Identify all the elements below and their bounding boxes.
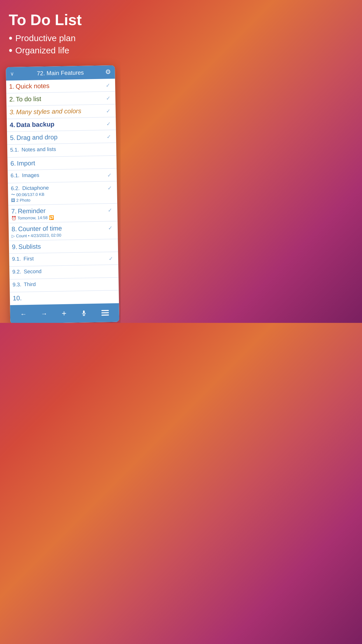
list-item[interactable]: 5.1. Notes and lists: [7, 143, 117, 158]
item-text: To do list: [16, 95, 41, 103]
check-icon: [106, 158, 113, 159]
row-content: 7. Reminder ⏰ Tomorrow, 14:58 🔁: [11, 206, 107, 220]
card-header: ∨ 72. Main Features ⚙: [6, 65, 115, 81]
list-item[interactable]: 9.1. First ✓: [9, 252, 118, 267]
check-icon: ✓: [105, 94, 111, 102]
photo-count: 2 Photo: [16, 198, 31, 203]
item-num: 6.: [10, 160, 16, 167]
row-content: 9.3. Third: [13, 280, 108, 288]
dictaphone-time: 00:06/137.0 KB: [16, 192, 45, 197]
row-content: 9.1. First: [12, 254, 108, 262]
menu-button[interactable]: [99, 308, 112, 317]
check-icon: [108, 267, 114, 268]
item-text: Reminder: [18, 207, 46, 215]
row-content: 6.2. Dictaphone 〜 00:06/137.0 KB 🖼 2 Pho…: [11, 184, 107, 203]
check-icon: ✓: [106, 132, 112, 140]
item-text: Images: [20, 172, 39, 179]
item-num: 7.: [11, 208, 17, 215]
row-content: 6. Import: [10, 158, 106, 168]
list-item[interactable]: 9. Sublists: [9, 239, 118, 254]
item-num: 9.1.: [12, 256, 21, 262]
row-content: 2. To do list: [9, 94, 105, 104]
waveform-icon: 〜: [11, 192, 15, 197]
list-body: 1. Quick notes ✓ 2. To do list ✓ 3. Many…: [6, 79, 119, 305]
add-button[interactable]: +: [59, 308, 69, 320]
list-item[interactable]: 6.1. Images ✓: [8, 169, 117, 183]
repeat-icon: 🔁: [49, 215, 54, 220]
row-content: 8. Counter of time ▷ Count • 4/23/2023, …: [12, 224, 108, 238]
header-chevron-icon: ∨: [10, 71, 14, 77]
item-text: Quick notes: [15, 82, 50, 90]
item-text: Sublists: [18, 243, 41, 251]
item-num: 6.1.: [10, 173, 19, 179]
reminder-info: ⏰ Tomorrow, 14:58 🔁: [11, 214, 107, 220]
list-item[interactable]: 7. Reminder ⏰ Tomorrow, 14:58 🔁 ✓: [8, 204, 117, 223]
item-text: Notes and lists: [20, 146, 56, 153]
hero-section: To Do List Productive plan Organized lif…: [0, 0, 121, 63]
row-content: 3. Many styles and colors: [10, 107, 105, 116]
card-header-title: 72. Main Features: [15, 69, 105, 77]
item-text: First: [22, 256, 34, 262]
hero-bullet-1: Productive plan: [9, 33, 112, 43]
gear-icon[interactable]: ⚙: [105, 68, 111, 76]
item-num: 9.: [12, 243, 17, 251]
row-content: 9. Sublists: [12, 242, 108, 251]
item-text: Counter of time: [18, 225, 62, 233]
counter-info: ▷ Count • 4/23/2023, 02:00: [12, 232, 107, 238]
row-content: 1. Quick notes: [9, 81, 105, 91]
hero-bullet-2: Organized life: [9, 45, 112, 56]
list-item[interactable]: 9.3. Third: [10, 278, 119, 293]
svg-rect-2: [101, 314, 109, 316]
reminder-time-text: Tomorrow, 14:58: [17, 215, 48, 220]
row-content: 5.1. Notes and lists: [10, 146, 106, 153]
svg-rect-1: [101, 312, 109, 314]
item-num: 8.: [12, 225, 17, 233]
row-content: 10.: [13, 293, 108, 302]
item-text: Third: [22, 281, 36, 288]
row-content: 5. Drag and drop: [10, 133, 106, 142]
hero-bullets: Productive plan Organized life: [9, 33, 112, 56]
item-num: 9.2.: [12, 269, 21, 275]
list-item[interactable]: 4. Data backup ✓: [7, 117, 116, 132]
alarm-icon: ⏰: [11, 216, 16, 220]
svg-rect-0: [101, 310, 109, 311]
menu-icon: [101, 309, 109, 316]
list-item[interactable]: 5. Drag and drop ✓: [7, 130, 116, 145]
list-item[interactable]: 6. Import: [7, 156, 117, 171]
item-num: 3.: [10, 108, 15, 116]
app-card: ∨ 72. Main Features ⚙ 1. Quick notes ✓ 2…: [6, 65, 119, 323]
forward-button[interactable]: →: [38, 309, 50, 319]
check-icon: ✓: [106, 171, 113, 178]
list-item[interactable]: 3. Many styles and colors ✓: [6, 104, 116, 119]
item-num: 4.: [10, 121, 15, 129]
list-item[interactable]: 1. Quick notes ✓: [6, 79, 115, 94]
list-item[interactable]: 10.: [10, 290, 119, 305]
bottom-toolbar: ← → +: [10, 303, 119, 323]
item-num: 1.: [9, 83, 15, 90]
list-item[interactable]: 2. To do list ✓: [6, 92, 116, 106]
item-text: Second: [22, 268, 41, 275]
check-icon: ✓: [105, 107, 111, 114]
check-icon: [108, 293, 115, 294]
check-icon: [108, 242, 114, 243]
row-content: 4. Data backup: [10, 120, 105, 129]
list-item[interactable]: 6.2. Dictaphone 〜 00:06/137.0 KB 🖼 2 Pho…: [8, 181, 117, 206]
item-num: 10.: [13, 295, 22, 302]
row-content: 6.1. Images: [10, 171, 106, 179]
check-icon: [106, 145, 112, 146]
item-num: 5.: [10, 134, 15, 142]
photo-info: 🖼 2 Photo: [11, 196, 107, 203]
mic-button[interactable]: [78, 309, 90, 318]
list-item[interactable]: 9.2. Second: [9, 265, 119, 280]
check-icon: ✓: [105, 120, 112, 127]
item-num: 5.1.: [10, 147, 19, 153]
item-text: Import: [17, 160, 35, 167]
mic-icon: [81, 310, 87, 316]
item-num: 9.3.: [13, 282, 21, 288]
back-button[interactable]: ←: [17, 309, 30, 319]
check-icon: ✓: [108, 254, 114, 262]
row-content: 9.2. Second: [12, 267, 108, 275]
item-text: Data backup: [16, 121, 55, 129]
check-icon: ✓: [105, 81, 111, 89]
list-item[interactable]: 8. Counter of time ▷ Count • 4/23/2023, …: [8, 221, 118, 241]
